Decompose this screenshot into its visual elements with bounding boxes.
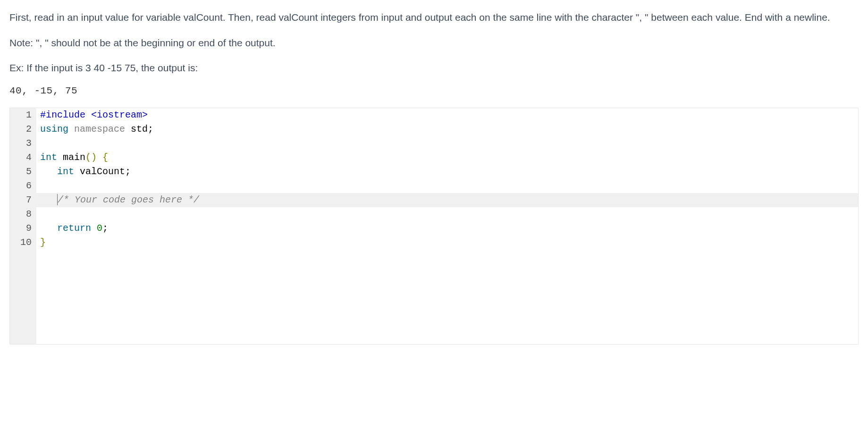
code-token: main bbox=[63, 152, 85, 163]
code-token bbox=[125, 124, 131, 135]
code-token bbox=[57, 152, 63, 163]
code-token: ; bbox=[148, 124, 153, 135]
line-number: 3 bbox=[10, 136, 36, 151]
code-token: std bbox=[131, 124, 148, 135]
code-token: /* Your code goes here */ bbox=[58, 194, 199, 205]
code-token bbox=[74, 166, 80, 177]
line-content[interactable] bbox=[36, 207, 858, 221]
code-line[interactable]: 9 return 0; bbox=[10, 221, 858, 236]
line-number: 6 bbox=[10, 179, 36, 193]
editor-empty-space bbox=[10, 250, 858, 344]
code-token: ; bbox=[125, 166, 131, 177]
line-number: 9 bbox=[10, 221, 36, 236]
code-token: ; bbox=[102, 223, 108, 234]
code-token: namespace bbox=[74, 124, 125, 135]
code-token: 0 bbox=[97, 223, 102, 234]
code-token: () bbox=[85, 152, 97, 163]
code-line[interactable]: 1#include <iostream> bbox=[10, 108, 858, 122]
problem-paragraph-1: First, read in an input value for variab… bbox=[9, 9, 859, 25]
example-output: 40, -15, 75 bbox=[9, 85, 859, 96]
problem-description: First, read in an input value for variab… bbox=[9, 9, 859, 76]
code-token: valCount bbox=[80, 166, 125, 177]
line-content[interactable] bbox=[36, 136, 858, 151]
code-line[interactable]: 4int main() { bbox=[10, 151, 858, 165]
code-line[interactable]: 2using namespace std; bbox=[10, 122, 858, 136]
code-line[interactable]: 10} bbox=[10, 236, 858, 250]
line-number: 7 bbox=[10, 193, 36, 207]
code-editor[interactable]: 1#include <iostream>2using namespace std… bbox=[9, 108, 859, 345]
line-number: 8 bbox=[10, 207, 36, 221]
line-content[interactable]: /* Your code goes here */ bbox=[36, 193, 858, 207]
code-token: using bbox=[40, 124, 68, 135]
code-token bbox=[85, 110, 91, 120]
line-content[interactable] bbox=[36, 179, 858, 193]
code-token: int bbox=[57, 166, 74, 177]
line-number: 10 bbox=[10, 236, 36, 250]
code-token: } bbox=[40, 237, 46, 248]
code-token: { bbox=[102, 152, 108, 163]
line-number: 2 bbox=[10, 122, 36, 136]
code-line[interactable]: 8 bbox=[10, 207, 858, 221]
code-token: <iostream> bbox=[91, 110, 148, 120]
code-line[interactable]: 6 bbox=[10, 179, 858, 193]
line-number: 5 bbox=[10, 165, 36, 179]
code-token: return bbox=[57, 223, 91, 234]
code-token bbox=[97, 152, 102, 163]
code-token bbox=[40, 223, 57, 234]
code-line[interactable]: 5 int valCount; bbox=[10, 165, 858, 179]
code-line[interactable]: 7 /* Your code goes here */ bbox=[10, 193, 858, 207]
code-token bbox=[40, 166, 57, 177]
line-content[interactable]: #include <iostream> bbox=[36, 108, 858, 122]
problem-paragraph-2: Note: ", " should not be at the beginnin… bbox=[9, 35, 859, 51]
line-content[interactable]: return 0; bbox=[36, 221, 858, 236]
line-content[interactable]: } bbox=[36, 236, 858, 250]
line-content[interactable]: int valCount; bbox=[36, 165, 858, 179]
code-token: #include bbox=[40, 110, 85, 120]
line-number: 4 bbox=[10, 151, 36, 165]
code-token bbox=[91, 223, 97, 234]
code-token: int bbox=[40, 152, 57, 163]
code-token bbox=[68, 124, 74, 135]
code-line[interactable]: 3 bbox=[10, 136, 858, 151]
code-token bbox=[40, 194, 57, 205]
line-number: 1 bbox=[10, 108, 36, 122]
line-content[interactable]: int main() { bbox=[36, 151, 858, 165]
line-content[interactable]: using namespace std; bbox=[36, 122, 858, 136]
problem-paragraph-3: Ex: If the input is 3 40 -15 75, the out… bbox=[9, 60, 859, 76]
